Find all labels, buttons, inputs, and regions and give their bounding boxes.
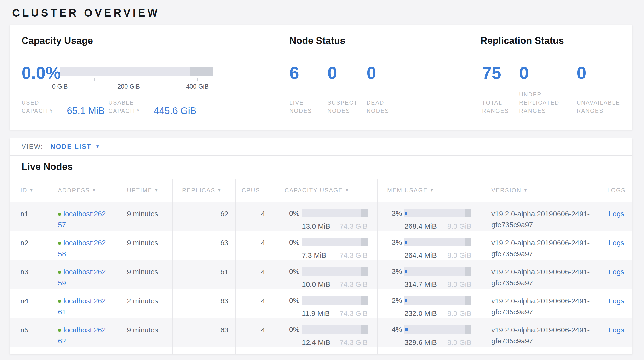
live-status-icon [58,271,61,274]
column-label: UPTIME [127,187,152,194]
capacity-usage-bar [302,238,368,247]
column-header-version[interactable]: VERSION▼ [481,179,600,202]
axis-tick [94,78,95,81]
used-capacity-label: USED CAPACITY [22,99,64,115]
cell-mem-usage: 3% 268.4 MiB 8.0 GiB [377,202,481,231]
unavailable-ranges-label: UNAVAILABLE RANGES [577,99,636,115]
cell-replicas: 61 [172,260,235,289]
nodes-card: VIEW: NODE LIST ▼ Live Nodes ID▼ADDRESS▼… [10,138,632,354]
mem-usage-dark-segment [465,296,471,305]
mem-usage-fill [405,328,408,331]
node-status-values: 6 0 0 [290,64,376,82]
capacity-usage-dark-segment [361,296,368,305]
cell-address: localhost:26257 [48,202,116,231]
cell-capacity-usage: 0% 13.0 MiB 74.3 GiB [274,202,377,231]
column-header-logs: LOGS [600,179,632,202]
cell-mem-usage: 3% 314.7 MiB 8.0 GiB [377,260,481,289]
logs-link[interactable]: Logs [608,297,624,305]
cell-node-id: n4 [10,289,48,318]
capacity-usage-bar [302,209,368,218]
mem-usage-bar [404,296,471,305]
column-header-address[interactable]: ADDRESS▼ [48,179,116,202]
table-cell-empty [481,347,600,354]
column-header-capacity[interactable]: CAPACITY USAGE▼ [274,179,377,202]
dead-nodes-value: 0 [366,64,376,82]
sort-caret-icon: ▼ [345,188,350,193]
cell-capacity-usage: 0% 10.0 MiB 74.3 GiB [274,260,377,289]
mem-usage-fill [405,212,407,215]
column-header-uptime[interactable]: UPTIME▼ [116,179,172,202]
capacity-percent: 0.0% [22,64,61,82]
table-header: ID▼ADDRESS▼UPTIME▼REPLICAS▼CPUSCAPACITY … [10,179,632,202]
logs-link[interactable]: Logs [608,268,624,276]
capacity-bar-dark-segment [190,67,213,76]
sort-caret-icon: ▼ [92,188,96,193]
column-header-mem[interactable]: MEM USAGE▼ [377,179,481,202]
logs-link[interactable]: Logs [608,239,624,247]
cell-logs: Logs [600,289,632,318]
live-nodes-label: LIVE NODES [290,99,323,115]
cell-logs: Logs [600,318,632,347]
capacity-bar-track [60,67,213,76]
address-link[interactable]: localhost:26257 [58,210,106,229]
table-cell-empty [48,347,116,354]
logs-link[interactable]: Logs [608,210,624,218]
view-selected-value: NODE LIST [50,143,92,150]
address-link[interactable]: localhost:26262 [58,326,106,345]
mem-usage-bar [404,267,471,276]
cell-capacity-usage: 0% 7.3 MiB 74.3 GiB [274,231,377,260]
table-cell-empty [274,347,377,354]
cluster-overview-page: CLUSTER OVERVIEW Capacity Usage Node Sta… [0,0,644,360]
cell-cpus: 4 [235,202,274,231]
cell-uptime: 9 minutes [116,202,172,231]
cell-address: localhost:26262 [48,318,116,347]
under-replicated-value: 0 [519,64,577,82]
view-selector-dropdown[interactable]: NODE LIST ▼ [50,143,100,150]
cell-replicas: 63 [172,231,235,260]
total-ranges-value: 75 [482,64,519,82]
axis-tick [60,78,60,81]
address-link[interactable]: localhost:26258 [58,239,106,258]
column-label: MEM USAGE [387,187,428,194]
node-status-heading: Node Status [290,35,345,46]
capacity-stats: USED CAPACITY 65.1 MiB USABLE CAPACITY 4… [22,92,196,115]
capacity-usage-dark-segment [361,267,368,276]
suspect-nodes-label: SUSPECT NODES [328,99,361,115]
address-link[interactable]: localhost:26261 [58,297,106,316]
column-header-replicas[interactable]: REPLICAS▼ [172,179,235,202]
usable-capacity-label: USABLE CAPACITY [108,99,150,115]
mem-usage-fill [405,270,407,273]
sort-caret-icon: ▼ [218,188,222,193]
axis-tick [198,78,198,81]
column-header-id[interactable]: ID▼ [10,179,48,202]
logs-link[interactable]: Logs [608,326,624,334]
cell-uptime: 2 minutes [116,289,172,318]
replication-status-values: 75 0 0 [482,64,586,82]
capacity-usage-heading: Capacity Usage [22,35,93,46]
table-row: n5 localhost:26262 9 minutes 63 4 0% 12.… [10,318,632,347]
mem-usage-fill [405,241,407,244]
column-label: REPLICAS [182,187,216,194]
capacity-usage-bar [302,267,368,276]
column-label: LOGS [607,187,626,194]
axis-tick-label: 200 GiB [118,83,140,90]
usable-capacity-stat: USABLE CAPACITY 445.6 GiB [108,99,196,115]
capacity-usage-bar [302,325,368,334]
address-link[interactable]: localhost:26259 [58,268,106,287]
cell-node-id: n1 [10,202,48,231]
mem-usage-bar [404,209,471,218]
cell-node-id: n5 [10,318,48,347]
table-row: n4 localhost:26261 2 minutes 63 4 0% 11.… [10,289,632,318]
cell-capacity-usage: 0% 11.9 MiB 74.3 GiB [274,289,377,318]
cell-cpus: 4 [235,289,274,318]
cell-cpus: 4 [235,260,274,289]
total-ranges-label: TOTAL RANGES [482,99,514,115]
live-status-icon [58,213,61,216]
cell-address: localhost:26261 [48,289,116,318]
column-label: CPUS [242,187,260,194]
overview-card: Capacity Usage Node Status Replication S… [10,25,632,130]
usable-capacity-value: 445.6 GiB [154,106,196,115]
cell-logs: Logs [600,202,632,231]
replication-status-labels: TOTAL RANGES UNDER-REPLICATED RANGES UNA… [482,92,636,115]
table-cell-empty [172,347,235,354]
